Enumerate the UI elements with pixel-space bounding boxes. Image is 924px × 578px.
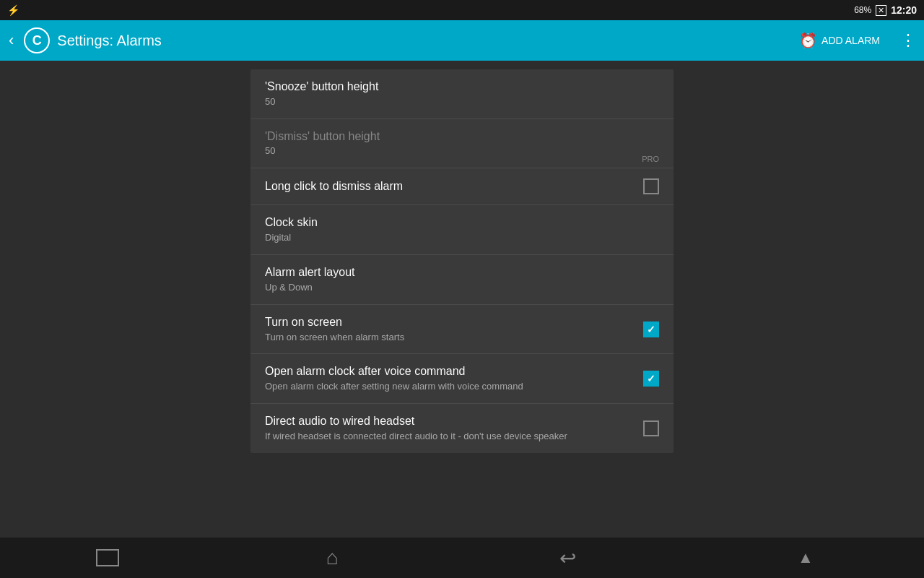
- settings-subtitle-direct-audio: If wired headset is connected direct aud…: [265, 431, 635, 443]
- settings-title-dismiss-height: 'Dismiss' button height: [265, 130, 380, 142]
- settings-subtitle-snooze-height: 50: [265, 96, 659, 108]
- settings-subtitle-dismiss-height: 50: [265, 145, 659, 158]
- status-time: 12:20: [891, 4, 917, 16]
- recent-apps-button[interactable]: [96, 549, 119, 566]
- settings-item-snooze-height[interactable]: 'Snooze' button height50: [250, 69, 674, 119]
- add-alarm-label: ADD ALARM: [821, 35, 880, 46]
- settings-title-clock-skin: Clock skin: [265, 216, 318, 228]
- checkbox-direct-audio[interactable]: [643, 420, 659, 436]
- settings-item-clock-skin[interactable]: Clock skinDigital: [250, 205, 674, 255]
- add-alarm-button[interactable]: ⏰ ADD ALARM: [793, 29, 886, 52]
- checkbox-open-after-voice[interactable]: [643, 371, 659, 387]
- battery-percent: 68%: [854, 5, 871, 15]
- checkbox-turn-on-screen[interactable]: [643, 322, 659, 337]
- checkbox-long-click[interactable]: [643, 178, 659, 194]
- settings-title-direct-audio: Direct audio to wired headset: [265, 415, 414, 427]
- settings-item-dismiss-height[interactable]: 'Dismiss' button height50PRO: [250, 119, 674, 169]
- more-options-button[interactable]: ⋮: [897, 28, 918, 53]
- settings-title-long-click: Long click to dismiss alarm: [265, 180, 403, 192]
- app-logo: C: [24, 27, 50, 53]
- sim-icon: ✕: [876, 5, 886, 16]
- settings-item-turn-on-screen[interactable]: Turn on screenTurn on screen when alarm …: [250, 305, 674, 355]
- settings-item-alarm-alert-layout[interactable]: Alarm alert layoutUp & Down: [250, 255, 674, 305]
- scroll-up-button[interactable]: ▲: [783, 543, 828, 573]
- home-button[interactable]: ⌂: [312, 540, 353, 575]
- settings-title-turn-on-screen: Turn on screen: [265, 316, 342, 328]
- settings-subtitle-clock-skin: Digital: [265, 232, 659, 244]
- app-title: Settings: Alarms: [57, 33, 162, 49]
- usb-icon: ⚡: [7, 4, 19, 16]
- settings-subtitle-alarm-alert-layout: Up & Down: [265, 282, 659, 294]
- settings-item-long-click[interactable]: Long click to dismiss alarm: [250, 168, 674, 205]
- add-alarm-icon: ⏰: [799, 32, 817, 49]
- back-nav-button[interactable]: ↩: [545, 540, 590, 576]
- settings-subtitle-turn-on-screen: Turn on screen when alarm starts: [265, 332, 635, 344]
- settings-title-alarm-alert-layout: Alarm alert layout: [265, 266, 355, 278]
- app-bar: ‹ C Settings: Alarms ⏰ ADD ALARM ⋮: [0, 20, 924, 61]
- settings-title-open-after-voice: Open alarm clock after voice command: [265, 365, 465, 377]
- back-button[interactable]: ‹: [6, 28, 17, 53]
- main-content: 'Snooze' button height50'Dismiss' button…: [0, 61, 924, 514]
- pro-badge: PRO: [642, 155, 659, 163]
- bottom-nav: ⌂ ↩ ▲: [0, 538, 924, 578]
- settings-list: 'Snooze' button height50'Dismiss' button…: [250, 69, 674, 453]
- settings-title-snooze-height: 'Snooze' button height: [265, 80, 378, 92]
- settings-item-open-after-voice[interactable]: Open alarm clock after voice commandOpen…: [250, 354, 674, 404]
- settings-item-direct-audio[interactable]: Direct audio to wired headsetIf wired he…: [250, 404, 674, 453]
- status-bar: ⚡ 68% ✕ 12:20: [0, 0, 924, 20]
- settings-subtitle-open-after-voice: Open alarm clock after setting new alarm…: [265, 381, 635, 393]
